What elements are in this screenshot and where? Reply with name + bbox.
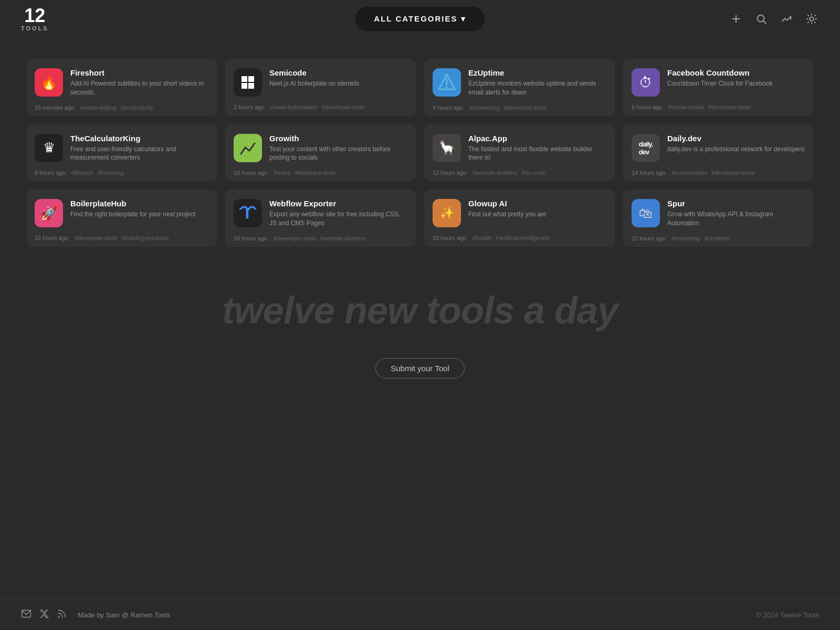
submit-tool-button[interactable]: Submit your Tool: [375, 358, 464, 379]
svg-line-8: [815, 22, 815, 23]
tool-tag: #website-builders: [472, 170, 518, 176]
svg-rect-16: [248, 83, 254, 89]
tool-icon: [433, 68, 461, 97]
tool-footer: 2 hours ago #saas-boilerplates#developer…: [234, 104, 407, 110]
tool-card[interactable]: 🛍 Spur Grow with WhatsApp API & Instagra…: [623, 190, 814, 247]
tool-card[interactable]: 🔥 Fireshort Add AI Powered subtitles to …: [26, 59, 217, 116]
tool-name: BoilerplateHub: [70, 199, 195, 208]
svg-line-3: [763, 21, 766, 24]
tool-info: Alpac.App The fastest and most flexible …: [468, 134, 606, 163]
tool-card[interactable]: Webflow Exporter Export any webflow site…: [225, 190, 416, 247]
tool-icon: ⏱: [632, 68, 660, 97]
tool-tag: #developer-tools: [504, 104, 547, 111]
submit-section: Submit your Tool: [0, 353, 840, 410]
tools-grid: 🔥 Fireshort Add AI Powered subtitles to …: [0, 38, 840, 257]
svg-line-11: [808, 22, 808, 23]
tool-card[interactable]: Growith Test your content with other cre…: [225, 124, 416, 182]
svg-point-21: [58, 616, 59, 617]
header-center: ALL CATEGORIES ▾: [355, 7, 485, 31]
tool-info: Daily.dev daily.dev is a professional ne…: [667, 134, 804, 154]
logo-number: 12: [24, 6, 45, 25]
tool-desc: Test your content with other creators be…: [269, 145, 407, 163]
tool-tag: #developer-tools: [274, 235, 316, 242]
tool-card[interactable]: ✨ Glowup AI Find out what pretty you are…: [424, 190, 615, 247]
plus-icon[interactable]: [729, 12, 743, 26]
tool-desc: Export any webflow site for free includi…: [269, 210, 407, 228]
tool-footer: 20 hours ago #health#artificial-intellig…: [433, 235, 606, 241]
tool-icon: 🚀: [35, 199, 63, 227]
tool-footer: 4 hours ago #monitoring#developer-tools: [433, 104, 606, 111]
tool-time: 8 hours ago: [35, 170, 65, 176]
tool-time: 22 hours ago: [632, 235, 665, 242]
tool-footer: 8 hours ago #finance#investing: [35, 170, 208, 176]
tool-name: Webflow Exporter: [269, 199, 407, 208]
tool-info: BoilerplateHub Find the right boilerplat…: [70, 199, 195, 219]
tool-icon: ♛: [35, 134, 63, 162]
tool-tag: #feedback-tools: [295, 170, 336, 176]
tool-card[interactable]: Semicode Next.js AI boilerplate on stero…: [225, 59, 416, 116]
theme-icon[interactable]: [804, 12, 819, 26]
tool-desc: daily.dev is a professional network for …: [667, 145, 804, 154]
tool-info: Webflow Exporter Export any webflow site…: [269, 199, 407, 228]
tool-footer: 10 hours ago #video#feedback-tools: [234, 170, 407, 176]
tool-icon: ✨: [433, 199, 461, 227]
tool-tag: #artificial-intelligence: [496, 235, 549, 241]
svg-point-19: [446, 86, 448, 88]
header-actions: [729, 12, 819, 26]
tool-footer: 15 minutes ago #video-editing#productivi…: [35, 104, 208, 111]
tool-info: Spur Grow with WhatsApp API & Instagram …: [667, 199, 805, 228]
tool-card[interactable]: EzUptime EzUptime monitors website uptim…: [424, 59, 615, 116]
svg-rect-15: [242, 83, 247, 89]
logo[interactable]: 12 TOOLS: [21, 6, 49, 32]
logo-text: TOOLS: [21, 25, 49, 32]
tool-name: TheCalculatorKing: [70, 134, 208, 143]
tool-tag: #developer-tools: [75, 235, 117, 241]
tool-info: Growith Test your content with other cre…: [269, 134, 407, 163]
tool-desc: Grow with WhatsApp API & Instagram Autom…: [667, 210, 805, 228]
svg-rect-14: [248, 76, 254, 82]
tool-card[interactable]: ♛ TheCalculatorKing Free and user-friend…: [26, 124, 217, 182]
tool-tag: #no-code: [522, 170, 546, 176]
tool-tag: #marketing: [671, 235, 700, 242]
rss-icon[interactable]: [57, 608, 67, 622]
tool-name: Semicode: [269, 68, 359, 77]
tool-icon: [234, 134, 262, 162]
tool-tag: #building-products: [122, 235, 169, 241]
tool-tag: #productivity: [121, 104, 153, 111]
svg-line-12: [815, 15, 815, 16]
tool-card[interactable]: 🦙 Alpac.App The fastest and most flexibl…: [424, 124, 615, 182]
tool-card[interactable]: daily.dev Daily.dev daily.dev is a profe…: [623, 124, 814, 182]
tool-tag: #investing: [98, 170, 124, 176]
tool-tag: #developer-tools: [708, 104, 751, 110]
twitter-icon[interactable]: [39, 608, 49, 622]
tool-time: 14 hours ago: [632, 170, 665, 176]
tool-time: 12 hours ago: [433, 170, 466, 176]
search-icon[interactable]: [754, 12, 769, 26]
tool-desc: Add AI Powered subtitles to your short v…: [70, 79, 208, 97]
email-icon[interactable]: [21, 608, 32, 622]
tool-time: 10 hours ago: [234, 170, 267, 176]
tool-info: Glowup AI Find out what pretty you are: [468, 199, 547, 219]
tool-tag: #website-builders: [321, 235, 366, 242]
tool-time: 20 hours ago: [433, 235, 466, 241]
tool-card[interactable]: ⏱ Facebook Countdown Countdown Timer Clo…: [623, 59, 814, 116]
tool-desc: Countdown Timer Clock for Facebook: [667, 79, 773, 88]
tool-tag: #developer-tools: [711, 170, 754, 176]
tool-card[interactable]: 🚀 BoilerplateHub Find the right boilerpl…: [26, 190, 217, 247]
tool-tag: #communities: [671, 170, 707, 176]
svg-line-7: [808, 15, 808, 16]
tool-name: Alpac.App: [468, 134, 606, 143]
tool-info: Fireshort Add AI Powered subtitles to yo…: [70, 68, 208, 97]
tool-desc: The fastest and most flexible website bu…: [468, 145, 606, 163]
tool-time: 4 hours ago: [433, 104, 463, 111]
chart-icon[interactable]: [779, 12, 794, 26]
tool-info: EzUptime EzUptime monitors website uptim…: [468, 68, 606, 97]
category-button[interactable]: ALL CATEGORIES ▾: [355, 7, 485, 31]
tool-tag: #video: [274, 170, 290, 176]
tool-name: Daily.dev: [667, 134, 804, 143]
tool-tag: #chatbots: [705, 235, 730, 242]
tool-footer: 12 hours ago #website-builders#no-code: [433, 170, 606, 176]
tool-tag: #developer-tools: [321, 104, 364, 110]
tool-name: EzUptime: [468, 68, 606, 77]
tool-tag: #saas-boilerplates: [270, 104, 317, 110]
